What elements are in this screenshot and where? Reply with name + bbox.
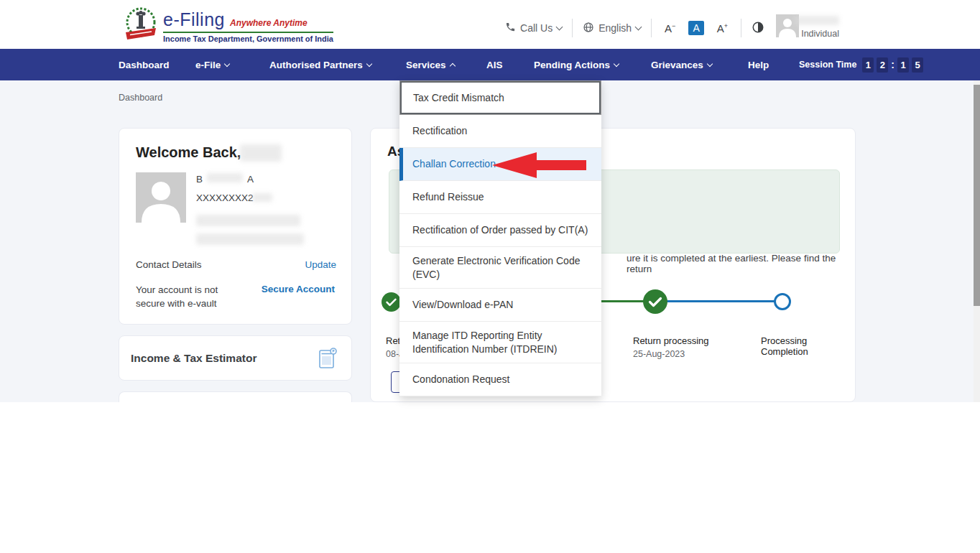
calculator-icon (318, 348, 337, 372)
call-us-label: Call Us (520, 22, 553, 34)
menu-item-rectification-cit[interactable]: Rectification of Order passed by CIT(A) (399, 214, 601, 247)
menu-item-generate-evc[interactable]: Generate Electronic Verification Code (E… (399, 247, 601, 289)
font-decrease-button[interactable]: A− (662, 21, 678, 36)
itd-emblem-icon (124, 6, 157, 45)
session-timer-label: Session Time (799, 60, 856, 70)
nav-dashboard[interactable]: Dashboard (119, 49, 170, 80)
nav-services[interactable]: Services (406, 49, 455, 80)
redacted-text (196, 215, 300, 226)
step-label: Return processing (633, 335, 709, 346)
services-dropdown-menu: Tax Credit Mismatch Rectification Challa… (399, 80, 601, 396)
profile-pan: XXXXXXXX2 (196, 192, 254, 203)
nav-efile[interactable]: e-File (195, 49, 229, 80)
redacted-name (207, 173, 243, 182)
contact-details-label: Contact Details (136, 259, 202, 270)
notice-text-fragment: ure it is completed at the earliest. Ple… (627, 253, 839, 274)
brand-logo: e-Filing Anywhere Anytime Income Tax Dep… (124, 6, 333, 45)
nav-pending-actions[interactable]: Pending Actions (534, 49, 619, 80)
globe-icon (583, 22, 594, 35)
contact-row: Contact Details Update (136, 259, 336, 270)
chevron-down-icon (707, 60, 713, 66)
welcome-card: Welcome Back, B A XXXXXXXX2 Contact Deta… (119, 128, 352, 325)
chevron-down-icon (635, 24, 642, 31)
nav-authorised-partners[interactable]: Authorised Partners (269, 49, 371, 80)
session-digit: 1 (897, 57, 909, 73)
menu-item-view-epan[interactable]: View/Download e-PAN (399, 289, 601, 322)
contrast-toggle-icon[interactable] (752, 21, 764, 36)
main-navbar: Dashboard e-File Authorised Partners Ser… (0, 49, 980, 80)
chevron-up-icon (449, 62, 455, 68)
breadcrumb: Dashboard (119, 93, 162, 103)
phone-icon (505, 22, 516, 34)
divider (651, 19, 652, 37)
redacted-text (196, 233, 304, 245)
efiling-portal-page: e-Filing Anywhere Anytime Income Tax Dep… (0, 0, 980, 553)
brand-subtitle: Income Tax Department, Government of Ind… (163, 34, 333, 43)
redacted-username (795, 16, 839, 25)
session-timer: Session Time 1 2 : 1 5 (799, 49, 923, 80)
brand-title: e-Filing (163, 9, 225, 30)
session-digit: 2 (877, 57, 888, 73)
update-link[interactable]: Update (305, 259, 336, 270)
divider (741, 19, 741, 37)
font-increase-button[interactable]: A+ (714, 21, 731, 36)
header-controls: Call Us English A− A A+ (505, 19, 764, 37)
session-digit: 5 (912, 57, 923, 73)
nav-ais[interactable]: AIS (486, 49, 503, 80)
user-role-label: Individual (801, 29, 839, 39)
secure-account-link[interactable]: Secure Account (262, 284, 335, 294)
next-card-stub (119, 391, 352, 402)
header: e-Filing Anywhere Anytime Income Tax Dep… (0, 0, 980, 49)
nav-grievances[interactable]: Grievances (651, 49, 712, 80)
session-separator: : (891, 59, 895, 70)
session-digit: 1 (862, 57, 874, 73)
divider (572, 19, 573, 37)
step-complete-icon (643, 289, 667, 314)
redacted-text (252, 193, 272, 202)
scrollbar-thumb[interactable] (974, 85, 980, 306)
profile-avatar (136, 172, 186, 223)
menu-item-tax-credit-mismatch[interactable]: Tax Credit Mismatch (399, 80, 601, 115)
brand-tagline: Anywhere Anytime (230, 18, 308, 28)
font-default-button[interactable]: A (688, 21, 703, 35)
chevron-down-icon (614, 60, 619, 66)
menu-item-condonation-request[interactable]: Condonation Request (399, 363, 601, 396)
language-label: English (598, 22, 632, 34)
progress-line-pending (655, 300, 782, 302)
step-complete-icon (382, 292, 401, 312)
chevron-down-icon (556, 24, 563, 31)
brand-text: e-Filing Anywhere Anytime Income Tax Dep… (163, 9, 333, 43)
call-us-menu[interactable]: Call Us (505, 22, 562, 34)
chevron-down-icon (224, 60, 230, 66)
step-date: 25-Aug-2023 (633, 349, 685, 359)
red-arrow-annotation-icon (491, 152, 588, 182)
menu-item-manage-itdrein[interactable]: Manage ITD Reporting Entity Identificati… (399, 322, 601, 363)
menu-item-refund-reissue[interactable]: Refund Reissue (399, 181, 601, 214)
language-menu[interactable]: English (583, 22, 641, 35)
welcome-title: Welcome Back, (136, 144, 241, 161)
estimator-card[interactable]: Income & Tax Estimator (119, 335, 352, 381)
menu-item-rectification[interactable]: Rectification (399, 115, 601, 148)
step-label: Processing Completion (761, 335, 855, 357)
estimator-title: Income & Tax Estimator (131, 352, 256, 365)
redacted-text (240, 144, 282, 162)
evault-status-text: Your account is not secure with e-vault (136, 283, 229, 310)
step-pending-icon (774, 293, 791, 310)
chevron-down-icon (366, 60, 372, 66)
nav-help[interactable]: Help (748, 49, 769, 80)
